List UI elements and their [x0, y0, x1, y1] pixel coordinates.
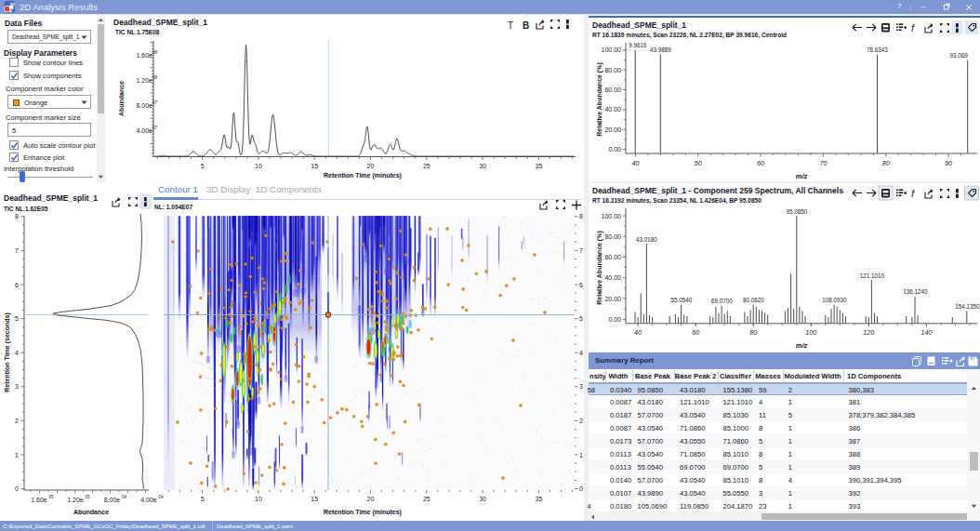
- svg-text:2: 2: [15, 418, 19, 424]
- svg-text:NL: 1.094E07: NL: 1.094E07: [154, 204, 192, 210]
- svg-text:T: T: [508, 20, 513, 31]
- svg-text:TIC NL 1.75E08: TIC NL 1.75E08: [115, 29, 160, 35]
- svg-text:30: 30: [479, 496, 486, 502]
- svg-text:6: 6: [579, 282, 583, 288]
- svg-text:4.00e: 4.00e: [136, 127, 152, 134]
- svg-text:60: 60: [757, 159, 764, 167]
- svg-text:4.00e: 4.00e: [140, 497, 157, 503]
- svg-text:35: 35: [536, 163, 543, 169]
- svg-text:3: 3: [579, 383, 583, 390]
- svg-text:100: 100: [805, 328, 816, 337]
- svg-text:Deadhead_SPME_split_1: Deadhead_SPME_split_1: [113, 18, 207, 27]
- svg-text:m/z: m/z: [796, 341, 808, 350]
- svg-text:1.60e: 1.60e: [136, 52, 152, 59]
- svg-text:69.0700: 69.0700: [711, 298, 733, 304]
- svg-text:05: 05: [49, 495, 55, 499]
- svg-text:08: 08: [152, 75, 158, 80]
- svg-text:10: 10: [255, 163, 262, 169]
- svg-text:04: 04: [122, 495, 127, 499]
- svg-text:55.0540: 55.0540: [670, 297, 692, 303]
- svg-text:2: 2: [579, 418, 583, 424]
- svg-text:120: 120: [863, 328, 874, 337]
- svg-text:93.069: 93.069: [949, 52, 968, 59]
- svg-text:8: 8: [15, 213, 19, 219]
- svg-text:0.00: 0.00: [608, 316, 621, 323]
- svg-text:Deadhead_SPME_split_1 - Compon: Deadhead_SPME_split_1 - Component 259 Sp…: [592, 186, 843, 195]
- svg-text:Abundance: Abundance: [73, 509, 109, 515]
- svg-text:80.0620: 80.0620: [743, 297, 764, 303]
- svg-text:60.00: 60.00: [604, 86, 621, 93]
- svg-text:80.00: 80.00: [604, 233, 621, 240]
- svg-text:20.00: 20.00: [604, 126, 621, 133]
- svg-text:40.00: 40.00: [604, 274, 621, 281]
- svg-text:20.00: 20.00: [604, 296, 621, 302]
- svg-text:40: 40: [632, 159, 640, 167]
- svg-text:8.00e: 8.00e: [104, 497, 121, 503]
- svg-text:m/z: m/z: [796, 172, 808, 180]
- svg-text:Deadhead_SPME_split_1: Deadhead_SPME_split_1: [592, 20, 686, 30]
- svg-text:08: 08: [152, 50, 158, 55]
- svg-text:07: 07: [152, 126, 158, 130]
- svg-text:95.0850: 95.0850: [787, 208, 808, 215]
- svg-text:108.0930: 108.0930: [822, 297, 847, 303]
- svg-text:f: f: [911, 22, 915, 33]
- svg-text:1.60e: 1.60e: [31, 497, 47, 503]
- svg-text:25: 25: [423, 496, 430, 502]
- svg-text:RT 16.1839 minutes, Scan 23226: RT 16.1839 minutes, Scan 23226, NL 2.27E…: [592, 32, 787, 39]
- svg-text:136.1240: 136.1240: [903, 288, 928, 295]
- svg-text:154.1350: 154.1350: [955, 303, 980, 310]
- svg-text:1: 1: [579, 452, 583, 458]
- svg-text:30: 30: [479, 163, 486, 169]
- svg-text:90: 90: [945, 159, 952, 167]
- svg-text:TIC NL 1.62E05: TIC NL 1.62E05: [4, 206, 48, 212]
- svg-text:100.00: 100.00: [602, 213, 622, 219]
- svg-text:07: 07: [152, 100, 158, 105]
- svg-text:0.00: 0.00: [608, 146, 621, 153]
- svg-text:0: 0: [15, 485, 19, 492]
- svg-text:35: 35: [536, 496, 543, 502]
- svg-text:6: 6: [15, 282, 19, 288]
- svg-text:04: 04: [159, 495, 165, 499]
- svg-text:25: 25: [423, 163, 430, 169]
- svg-text:7: 7: [15, 247, 19, 254]
- svg-text:5: 5: [201, 163, 205, 169]
- svg-text:1.20e: 1.20e: [67, 497, 84, 503]
- svg-text:78.6343: 78.6343: [867, 46, 888, 53]
- svg-text:4: 4: [15, 350, 19, 356]
- svg-text:3: 3: [15, 383, 19, 390]
- svg-text:60: 60: [692, 328, 699, 337]
- svg-text:f: f: [911, 188, 915, 199]
- svg-text:100.00: 100.00: [602, 46, 622, 53]
- svg-text:80.00: 80.00: [604, 67, 621, 73]
- svg-text:80: 80: [749, 328, 757, 337]
- svg-text:1: 1: [15, 452, 19, 458]
- svg-text:5: 5: [579, 315, 583, 322]
- svg-text:Relative Abundance (%): Relative Abundance (%): [596, 62, 603, 136]
- svg-text:43.9889: 43.9889: [650, 46, 671, 53]
- svg-text:1.20e: 1.20e: [136, 77, 152, 84]
- svg-text:15: 15: [311, 496, 318, 502]
- svg-text:RT 16.2192 minutes, Scan 23354: RT 16.2192 minutes, Scan 23354, NL 1.426…: [592, 197, 761, 205]
- svg-text:Relative Abundance (%): Relative Abundance (%): [596, 231, 603, 304]
- svg-text:Retention Time (seconds): Retention Time (seconds): [4, 312, 11, 392]
- svg-text:140: 140: [920, 328, 932, 337]
- svg-text:9.9616: 9.9616: [629, 42, 647, 48]
- svg-text:80: 80: [882, 159, 890, 167]
- svg-text:50: 50: [695, 159, 702, 167]
- svg-text:121.1010: 121.1010: [860, 272, 885, 279]
- svg-text:05: 05: [86, 495, 91, 499]
- svg-text:Deadhead_SPME_split_1: Deadhead_SPME_split_1: [4, 193, 98, 203]
- svg-text:60.00: 60.00: [604, 254, 621, 260]
- svg-text:20: 20: [367, 163, 375, 169]
- svg-text:XD: XD: [10, 3, 15, 7]
- svg-text:0: 0: [579, 485, 583, 492]
- svg-text:7: 7: [579, 247, 583, 254]
- svg-text:5: 5: [201, 496, 205, 502]
- svg-text:Abundance: Abundance: [118, 81, 125, 116]
- svg-text:B: B: [523, 20, 529, 31]
- svg-text:5: 5: [15, 315, 19, 322]
- svg-text:10: 10: [255, 496, 262, 502]
- svg-text:8.00e: 8.00e: [136, 102, 152, 109]
- svg-text:43.0180: 43.0180: [636, 236, 657, 243]
- svg-text:8: 8: [579, 213, 583, 219]
